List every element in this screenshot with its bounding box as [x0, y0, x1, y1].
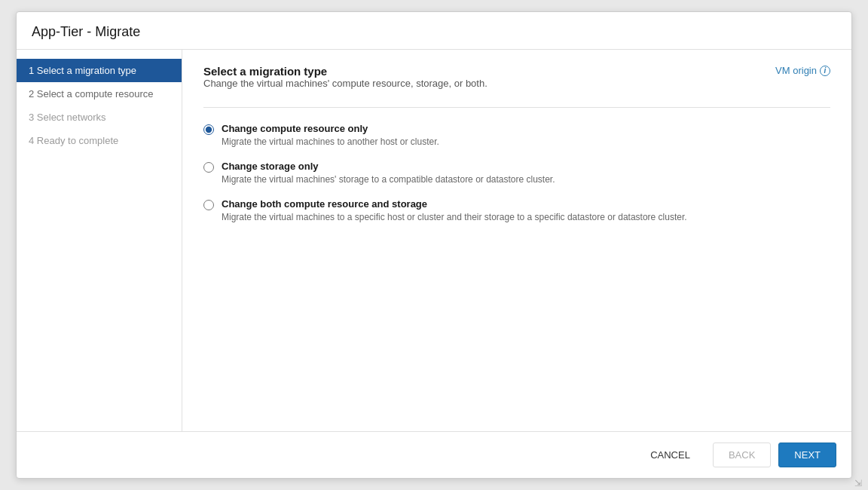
- content-title: Select a migration type: [203, 65, 487, 78]
- sidebar: 1 Select a migration type 2 Select a com…: [17, 50, 182, 431]
- radio-storage-description: Migrate the virtual machines' storage to…: [222, 174, 555, 185]
- radio-storage-only[interactable]: [203, 162, 214, 173]
- main-content: Select a migration type Change the virtu…: [182, 50, 851, 431]
- sidebar-item-step1[interactable]: 1 Select a migration type: [17, 59, 182, 82]
- content-subtitle: Change the virtual machines' compute res…: [203, 78, 487, 89]
- section-divider: [203, 107, 830, 108]
- radio-storage-label[interactable]: Change storage only: [222, 161, 555, 172]
- sidebar-item-step3: 3 Select networks: [17, 106, 182, 129]
- vm-origin-link[interactable]: VM origin i: [775, 65, 830, 76]
- resize-handle[interactable]: ⇲: [854, 478, 863, 487]
- radio-option-compute: Change compute resource only Migrate the…: [203, 123, 830, 147]
- radio-compute-description: Migrate the virtual machines to another …: [222, 136, 439, 147]
- content-header: Select a migration type Change the virtu…: [203, 65, 830, 101]
- dialog-title: App-Tier - Migrate: [32, 24, 140, 39]
- dialog-container: App-Tier - Migrate 1 Select a migration …: [16, 11, 852, 479]
- radio-option-both: Change both compute resource and storage…: [203, 198, 830, 222]
- radio-both-description: Migrate the virtual machines to a specif…: [222, 212, 687, 222]
- sidebar-item-step4: 4 Ready to complete: [17, 129, 182, 152]
- cancel-button[interactable]: CANCEL: [635, 443, 705, 467]
- radio-group: Change compute resource only Migrate the…: [203, 123, 830, 222]
- radio-compute-label[interactable]: Change compute resource only: [222, 123, 439, 134]
- info-icon: i: [820, 66, 830, 76]
- sidebar-item-step2: 2 Select a compute resource: [17, 82, 182, 106]
- dialog-header: App-Tier - Migrate: [17, 12, 851, 50]
- dialog-footer: CANCEL BACK NEXT: [17, 431, 851, 478]
- radio-compute-only[interactable]: [203, 124, 214, 135]
- radio-option-storage: Change storage only Migrate the virtual …: [203, 161, 830, 185]
- back-button[interactable]: BACK: [713, 443, 771, 467]
- radio-both-label[interactable]: Change both compute resource and storage: [222, 198, 687, 210]
- radio-both[interactable]: [203, 200, 214, 210]
- dialog-body: 1 Select a migration type 2 Select a com…: [17, 50, 851, 431]
- content-title-group: Select a migration type Change the virtu…: [203, 65, 487, 101]
- next-button[interactable]: NEXT: [778, 443, 836, 467]
